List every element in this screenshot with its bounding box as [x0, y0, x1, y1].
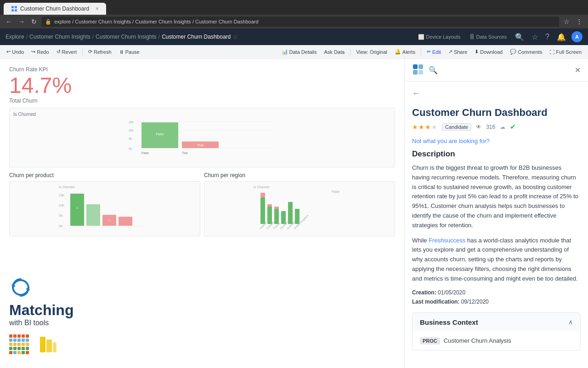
not-looking-link[interactable]: Not what you are looking for?: [412, 138, 490, 144]
bookmarks-button[interactable]: ☆: [562, 17, 571, 26]
reload-button[interactable]: ↻: [29, 17, 39, 26]
svg-rect-28: [119, 217, 132, 226]
svg-text:False: False: [332, 190, 339, 193]
region-svg-chart: Is Churned False: [206, 184, 393, 234]
search-nav-icon[interactable]: 🔍: [513, 32, 526, 42]
kpi-value: 14.7%: [9, 75, 395, 97]
alerts-icon: 🔔: [395, 49, 401, 55]
pause-icon: ⏸: [119, 49, 124, 55]
browser-tab-active[interactable]: Customer Churn Dashboard ×: [4, 3, 106, 15]
action-sep-2: [350, 48, 351, 56]
freshsuccess-link[interactable]: Freshsuccess: [429, 237, 465, 244]
comments-btn[interactable]: 💬 Comments: [507, 48, 545, 56]
svg-rect-3: [15, 9, 17, 12]
pause-btn[interactable]: ⏸ Pause: [116, 48, 142, 56]
creation-field: Creation: 01/05/2020: [412, 289, 581, 296]
cloud-icon: ☁: [500, 124, 505, 130]
svg-rect-37: [274, 207, 279, 209]
description-title: Description: [412, 150, 581, 159]
panel-header: 🔍 ✕: [405, 59, 588, 81]
share-icon: ↗: [448, 49, 452, 55]
churn-region-title: Churn per region: [204, 172, 395, 178]
description-text2: While Freshsuccess has a world-class ana…: [412, 236, 581, 284]
svg-text:10K: 10K: [59, 204, 65, 207]
svg-text:0K: 0K: [59, 224, 63, 228]
charts-row: Churn per product Is Churned 15K 10K 5K …: [9, 172, 395, 236]
star-nav-icon[interactable]: ☆: [530, 32, 540, 42]
data-details-btn[interactable]: 📊 Data Details: [279, 48, 320, 56]
kpi-section: Churn Rate KPI 14.7% Total Churn: [9, 66, 395, 104]
help-nav-icon[interactable]: ?: [543, 32, 551, 42]
address-bar[interactable]: 🔒 explore / Customer Churn Insights / Cu…: [41, 17, 559, 27]
forward-button[interactable]: →: [17, 17, 27, 26]
tab-label: Customer Churn Dashboard: [20, 6, 89, 12]
action-sep-3: [421, 48, 421, 56]
share-btn[interactable]: ↗ Share: [446, 48, 470, 56]
churn-region-section: Churn per region Is Churned False: [204, 172, 395, 236]
svg-text:5K: 5K: [129, 137, 133, 140]
breadcrumb-insights2[interactable]: Customer Churn Insights: [96, 34, 157, 40]
menu-button[interactable]: ⋮: [574, 17, 584, 26]
main-content: Churn Rate KPI 14.7% Total Churn Is Chur…: [0, 59, 588, 368]
view-original-btn[interactable]: View: Original: [353, 48, 390, 56]
svg-rect-33: [260, 193, 265, 197]
matching-subtitle: with BI tools: [9, 319, 74, 327]
svg-text:5K: 5K: [59, 214, 63, 217]
breadcrumb-star-icon[interactable]: ☆: [232, 33, 238, 40]
tool-icons: [9, 334, 74, 354]
refresh-btn[interactable]: ⟳ Refresh: [85, 48, 114, 56]
svg-rect-35: [267, 204, 272, 207]
svg-rect-49: [40, 337, 45, 352]
panel-back-btn[interactable]: ←: [412, 89, 420, 98]
business-context-section: Business Context ∧ PROC Customer Churn A…: [412, 312, 581, 351]
business-context-title: Business Context: [420, 318, 478, 326]
download-btn[interactable]: ⬇ Download: [472, 48, 505, 56]
panel-logo: [412, 63, 425, 76]
verified-icon: ✔: [510, 122, 516, 131]
back-button[interactable]: ←: [4, 17, 14, 26]
data-details-icon: 📊: [282, 49, 288, 55]
proc-item: PROC Customer Churn Analysis: [420, 337, 573, 345]
svg-rect-52: [413, 64, 418, 69]
redo-btn[interactable]: ↪ Redo: [28, 48, 51, 56]
action-bar: ↩ Undo ↪ Redo ↺ Revert ⟳ Refresh ⏸ Pause…: [0, 45, 588, 59]
download-icon: ⬇: [475, 49, 479, 55]
comments-icon: 💬: [510, 49, 516, 55]
breadcrumb-dashboard[interactable]: Customer Churn Dashboard: [162, 34, 231, 40]
svg-text:10K: 10K: [129, 129, 134, 132]
product-svg-chart: Is Churned 15K 10K 5K 0K 1 1: [11, 184, 198, 234]
svg-text:True: True: [182, 151, 188, 155]
user-avatar[interactable]: A: [571, 31, 582, 42]
svg-rect-1: [15, 6, 17, 8]
tab-close-icon[interactable]: ×: [96, 6, 99, 12]
breadcrumb: Explore / Customer Churn Insights / Cust…: [6, 33, 412, 40]
chevron-up-icon: ∧: [568, 318, 573, 326]
device-layouts-btn[interactable]: ⬜ Device Layouts: [415, 33, 463, 41]
ask-data-btn[interactable]: Ask Data: [321, 48, 347, 56]
fullscreen-btn[interactable]: ⛶ Full Screen: [547, 48, 584, 56]
star-rating: ★ ★ ★ ★: [412, 123, 437, 131]
revert-btn[interactable]: ↺ Revert: [54, 48, 79, 56]
panel-meta: ★ ★ ★ ★ Candidate 👁 316 ☁ ✔: [412, 122, 581, 131]
svg-rect-25: [86, 204, 100, 226]
panel-close-icon[interactable]: ✕: [575, 66, 581, 75]
edit-btn[interactable]: ✏ Edit: [424, 48, 444, 56]
panel-search-icon[interactable]: 🔍: [429, 66, 438, 75]
matching-section: Matching with BI tools: [9, 277, 74, 354]
data-sources-btn[interactable]: 🗄 Data Sources: [467, 33, 509, 40]
business-context-content: PROC Customer Churn Analysis: [413, 332, 580, 350]
business-context-header[interactable]: Business Context ∧: [413, 313, 580, 332]
svg-rect-2: [11, 9, 14, 12]
edit-icon: ✏: [427, 49, 431, 55]
notification-icon[interactable]: 🔔: [555, 32, 568, 42]
breadcrumb-explore[interactable]: Explore: [6, 34, 24, 40]
svg-rect-53: [418, 64, 423, 69]
undo-btn[interactable]: ↩ Undo: [4, 48, 27, 56]
browser-chrome: Customer Churn Dashboard × ← → ↻ 🔒 explo…: [0, 0, 588, 29]
svg-rect-54: [413, 70, 418, 75]
kpi-chart: Is Churned 15K 10K 5K 0K: [9, 108, 395, 167]
alerts-btn[interactable]: 🔔 Alerts: [392, 48, 418, 56]
browser-toolbar: ← → ↻ 🔒 explore / Customer Churn Insight…: [0, 15, 588, 29]
breadcrumb-insights1[interactable]: Customer Churn Insights: [29, 34, 90, 40]
svg-rect-55: [418, 70, 423, 75]
